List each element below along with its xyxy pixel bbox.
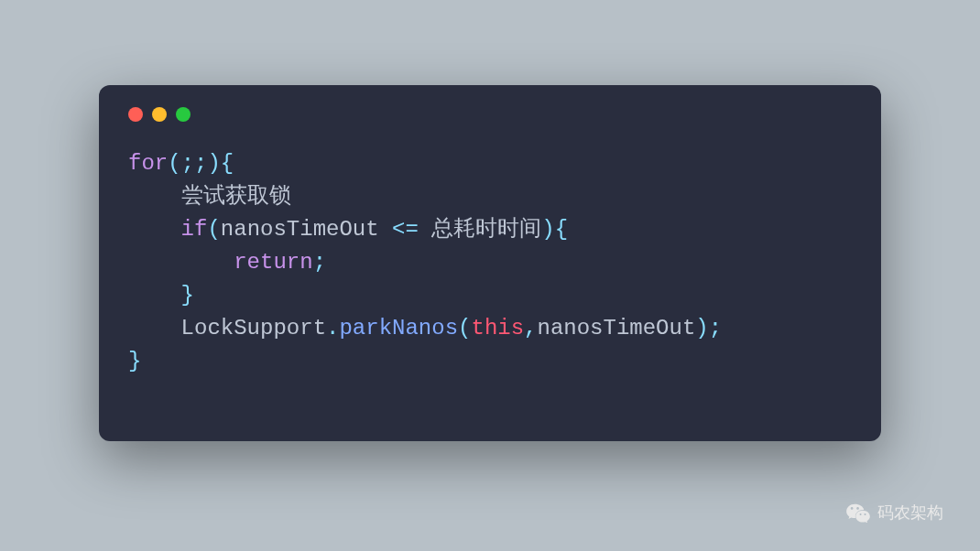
comment-text: 尝试获取锁 — [181, 184, 291, 209]
semicolon: ; — [181, 151, 194, 176]
paren-open: ( — [168, 151, 180, 176]
class-name: LockSupport — [181, 316, 326, 340]
paren-close: ) — [541, 217, 554, 242]
semicolon: ; — [313, 250, 326, 275]
watermark: 码农架构 — [846, 502, 943, 524]
paren-open: ( — [458, 316, 471, 340]
this-keyword: this — [471, 316, 524, 340]
for-keyword: for — [128, 151, 168, 176]
paren-open: ( — [207, 217, 220, 242]
semicolon: ; — [709, 316, 722, 340]
window-controls — [128, 107, 852, 122]
brace-close: } — [181, 283, 194, 308]
close-icon[interactable] — [128, 107, 143, 122]
brace-open: { — [555, 217, 568, 242]
wechat-icon — [846, 502, 870, 523]
variable: 总耗时时间 — [431, 217, 541, 242]
code-block: for(;;){ 尝试获取锁 if(nanosTimeOut <= 总耗时时间)… — [128, 147, 852, 378]
minimize-icon[interactable] — [152, 107, 167, 122]
comma: , — [524, 316, 537, 340]
maximize-icon[interactable] — [176, 107, 191, 122]
if-keyword: if — [181, 217, 208, 242]
watermark-text: 码农架构 — [877, 502, 943, 524]
argument: nanosTimeOut — [538, 316, 696, 340]
brace-open: { — [221, 151, 234, 176]
paren-close: ) — [207, 151, 220, 176]
paren-close: ) — [695, 316, 708, 340]
brace-close: } — [128, 349, 141, 373]
semicolon: ; — [194, 151, 207, 176]
operator: <= — [379, 217, 432, 242]
code-window: for(;;){ 尝试获取锁 if(nanosTimeOut <= 总耗时时间)… — [99, 85, 881, 441]
return-keyword: return — [234, 250, 312, 275]
dot: . — [326, 316, 339, 340]
method-name: parkNanos — [339, 316, 458, 340]
variable: nanosTimeOut — [221, 217, 379, 242]
